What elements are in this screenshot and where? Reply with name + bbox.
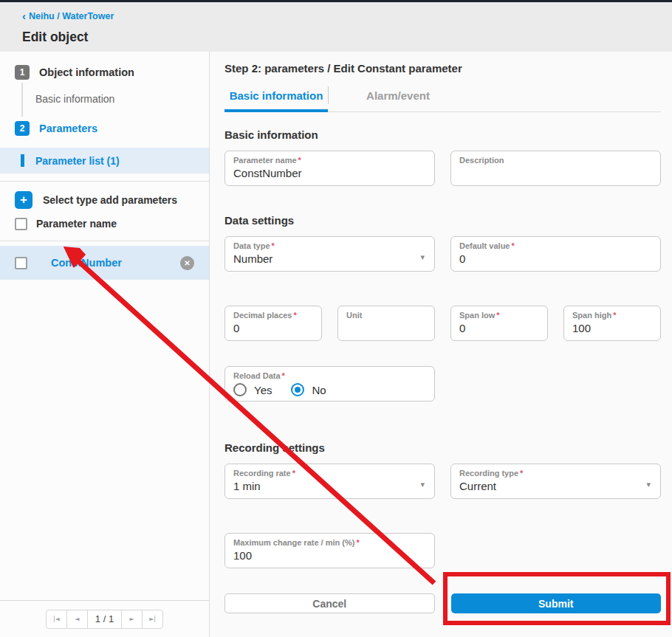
required-marker: * bbox=[294, 311, 297, 320]
field-value: ConstNumber bbox=[233, 167, 426, 179]
field-value: 0 bbox=[459, 322, 539, 334]
sidebar-item-label: Basic information bbox=[35, 93, 114, 105]
step-1-label: Object information bbox=[39, 66, 134, 78]
recording-rate-select[interactable]: Recording rate* 1 min ▾ bbox=[224, 464, 435, 499]
page-indicator: 1 / 1 bbox=[87, 610, 122, 629]
first-page-button[interactable]: |◄ bbox=[46, 610, 67, 629]
sidebar-item-basic-information[interactable]: Basic information bbox=[0, 87, 209, 111]
span-high-field[interactable]: Span high* 100 bbox=[563, 306, 661, 341]
breadcrumb-label: Neihu / WaterTower bbox=[29, 11, 114, 21]
step-1-badge: 1 bbox=[15, 65, 30, 80]
required-marker: * bbox=[272, 241, 275, 250]
field-label: Decimal places bbox=[233, 311, 292, 320]
sidebar-item-parameter-list[interactable]: Parameter list (1) bbox=[0, 148, 209, 173]
radio-label-no[interactable]: No bbox=[312, 384, 326, 396]
reload-data-field: Reload Data* Yes No bbox=[224, 366, 435, 402]
required-marker: * bbox=[356, 538, 359, 547]
page-title: Edit object bbox=[22, 30, 672, 45]
sidebar: 1 Object information Basic information 2… bbox=[0, 52, 210, 637]
sidebar-step-parameters[interactable]: 2 Parameters bbox=[0, 120, 209, 137]
section-recording-settings: Recording settings bbox=[224, 441, 661, 454]
last-page-button[interactable]: ►| bbox=[142, 610, 163, 629]
description-field[interactable]: Description bbox=[450, 151, 661, 186]
sidebar-step-object-information[interactable]: 1 Object information bbox=[0, 63, 209, 81]
field-value: Number bbox=[233, 252, 426, 265]
sidebar-divider bbox=[0, 181, 209, 182]
parameter-checkbox[interactable] bbox=[15, 257, 27, 269]
data-type-select[interactable]: Data type* Number ▾ bbox=[224, 236, 435, 272]
field-value: 0 bbox=[233, 322, 313, 334]
default-value-field[interactable]: Default value* 0 bbox=[450, 236, 661, 272]
field-label: Description bbox=[459, 156, 504, 165]
step-2-badge: 2 bbox=[15, 121, 30, 136]
field-label: Recording type bbox=[459, 469, 518, 478]
add-parameters-button[interactable]: + Select type add parameters bbox=[0, 190, 209, 210]
tree-connector-line bbox=[21, 83, 23, 117]
sidebar-pagination: |◄ ◄ 1 / 1 ► ►| bbox=[0, 600, 209, 637]
field-label: Data type bbox=[233, 241, 270, 250]
required-marker: * bbox=[298, 156, 301, 165]
breadcrumb[interactable]: ‹ Neihu / WaterTower bbox=[22, 11, 114, 21]
sidebar-item-label: Parameter list (1) bbox=[35, 155, 120, 167]
field-value: 100 bbox=[233, 549, 426, 562]
parameter-name-column-label: Parameter name bbox=[36, 218, 117, 230]
radio-label-yes[interactable]: Yes bbox=[254, 384, 272, 396]
field-value: Current bbox=[459, 480, 652, 492]
parameter-name: ConstNumber bbox=[51, 257, 122, 269]
field-value: 100 bbox=[572, 322, 652, 334]
tab-alarm-event[interactable]: Alarm/event bbox=[329, 83, 467, 111]
step-2-label: Parameters bbox=[39, 123, 97, 134]
field-value: 0 bbox=[459, 252, 652, 265]
next-page-button[interactable]: ► bbox=[121, 610, 143, 629]
unit-field[interactable]: Unit bbox=[337, 306, 435, 341]
span-low-field[interactable]: Span low* 0 bbox=[450, 306, 548, 341]
active-indicator-bar bbox=[21, 154, 24, 167]
field-label: Span low bbox=[459, 311, 495, 320]
add-parameters-label: Select type add parameters bbox=[43, 194, 177, 206]
required-marker: * bbox=[282, 371, 285, 380]
required-marker: * bbox=[520, 469, 523, 478]
submit-button[interactable]: Submit bbox=[451, 593, 662, 613]
field-label: Maximum change rate / min (%) bbox=[233, 538, 354, 547]
section-basic-information: Basic information bbox=[224, 128, 661, 141]
tab-bar: Basic information Alarm/event bbox=[224, 83, 661, 112]
field-label: Default value bbox=[459, 241, 510, 250]
field-label: Parameter name bbox=[233, 156, 297, 165]
field-label: Span high bbox=[572, 311, 611, 320]
prev-page-button[interactable]: ◄ bbox=[66, 610, 88, 629]
parameter-name-header-row: Parameter name bbox=[0, 213, 209, 234]
field-value: 1 min bbox=[233, 480, 426, 492]
back-chevron-icon: ‹ bbox=[22, 12, 26, 21]
required-marker: * bbox=[613, 311, 616, 320]
decimal-places-field[interactable]: Decimal places* 0 bbox=[224, 306, 322, 341]
page-header: ‹ Neihu / WaterTower Edit object bbox=[0, 2, 672, 52]
remove-parameter-icon[interactable]: ✕ bbox=[180, 256, 194, 270]
reload-data-yes-radio[interactable] bbox=[233, 383, 247, 396]
field-label: Unit bbox=[346, 311, 362, 320]
plus-icon[interactable]: + bbox=[15, 191, 32, 209]
required-marker: * bbox=[292, 469, 295, 478]
section-data-settings: Data settings bbox=[224, 214, 661, 227]
select-all-checkbox[interactable] bbox=[15, 218, 27, 230]
reload-data-no-radio[interactable] bbox=[291, 383, 304, 396]
parameter-list-item-constnumber[interactable]: ConstNumber ✕ bbox=[0, 246, 209, 280]
recording-type-select[interactable]: Recording type* Current ▾ bbox=[450, 464, 661, 499]
required-marker: * bbox=[511, 241, 514, 250]
sidebar-divider bbox=[0, 241, 209, 241]
tab-basic-information[interactable]: Basic information bbox=[224, 83, 328, 111]
step-title: Step 2: parameters / Edit Constant param… bbox=[224, 62, 661, 75]
main-panel: Step 2: parameters / Edit Constant param… bbox=[210, 52, 672, 637]
field-label: Recording rate bbox=[233, 469, 291, 478]
cancel-button[interactable]: Cancel bbox=[224, 593, 435, 613]
max-change-rate-field[interactable]: Maximum change rate / min (%)* 100 bbox=[224, 533, 435, 568]
required-marker: * bbox=[496, 311, 499, 320]
field-label: Reload Data bbox=[233, 371, 281, 380]
parameter-name-field[interactable]: Parameter name* ConstNumber bbox=[224, 151, 435, 186]
